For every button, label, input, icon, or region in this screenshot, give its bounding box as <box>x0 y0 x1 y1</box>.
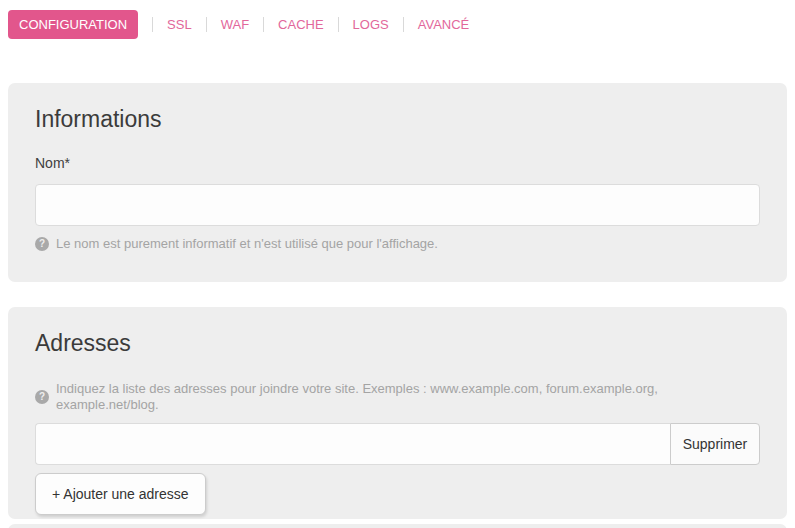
tab-configuration[interactable]: CONFIGURATION <box>8 10 138 39</box>
tab-waf[interactable]: WAF <box>221 10 249 39</box>
tab-cache[interactable]: CACHE <box>278 10 324 39</box>
adresses-panel-title: Adresses <box>35 307 760 357</box>
address-input[interactable] <box>35 423 670 465</box>
add-address-button[interactable]: + Ajouter une adresse <box>35 473 206 515</box>
address-input-group: Supprimer <box>35 423 760 465</box>
tab-bar: CONFIGURATION SSL WAF CACHE LOGS AVANCÉ <box>8 10 795 38</box>
question-circle-icon: ? <box>35 237 49 251</box>
next-panel-partial <box>8 524 787 528</box>
informations-panel-title: Informations <box>35 83 760 133</box>
name-input[interactable] <box>35 184 760 226</box>
informations-panel: Informations Nom* ? Le nom est purement … <box>8 83 787 282</box>
delete-address-button[interactable]: Supprimer <box>670 423 760 465</box>
name-field-label: Nom* <box>35 155 760 172</box>
tab-separator <box>403 17 404 32</box>
tab-separator <box>206 17 207 32</box>
tab-avance[interactable]: AVANCÉ <box>418 10 470 39</box>
tab-ssl[interactable]: SSL <box>167 10 192 39</box>
adresses-help-row: ? Indiquez la liste des adresses pour jo… <box>35 381 760 413</box>
adresses-panel: Adresses ? Indiquez la liste des adresse… <box>8 307 787 519</box>
tab-separator <box>263 17 264 32</box>
tab-separator <box>152 17 153 32</box>
name-help-row: ? Le nom est purement informatif et n'es… <box>35 236 760 252</box>
tab-separator <box>338 17 339 32</box>
adresses-help-text: Indiquez la liste des adresses pour join… <box>56 381 760 413</box>
tab-logs[interactable]: LOGS <box>353 10 389 39</box>
name-help-text: Le nom est purement informatif et n'est … <box>56 236 438 252</box>
question-circle-icon: ? <box>35 390 49 404</box>
